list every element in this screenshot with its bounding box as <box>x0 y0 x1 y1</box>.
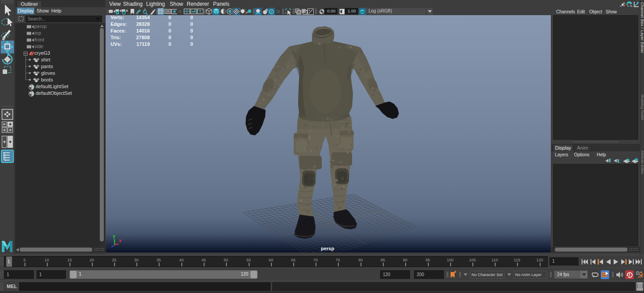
svg-text:14354: 14354 <box>136 15 150 20</box>
svg-text:27808: 27808 <box>136 35 150 40</box>
svg-text:Verts:: Verts: <box>111 15 124 20</box>
svg-text:ON: ON <box>361 11 364 13</box>
svg-text:0: 0 <box>190 28 193 33</box>
svg-text:0: 0 <box>190 21 193 27</box>
svg-text:0: 0 <box>168 15 171 20</box>
svg-text:Edges:: Edges: <box>111 21 127 27</box>
svg-text:0: 0 <box>168 21 171 27</box>
svg-text:Faces:: Faces: <box>111 28 126 33</box>
svg-text:0: 0 <box>168 28 171 33</box>
svg-text:28328: 28328 <box>136 21 150 27</box>
svg-text:14016: 14016 <box>136 28 150 33</box>
svg-text:persp: persp <box>321 246 334 251</box>
svg-text:Tris:: Tris: <box>111 35 121 40</box>
svg-text:y: y <box>113 234 115 239</box>
svg-text:0: 0 <box>190 41 193 47</box>
svg-text:0: 0 <box>190 15 193 20</box>
svg-text:x: x <box>119 238 122 243</box>
svg-text:0: 0 <box>168 35 171 40</box>
svg-text:0: 0 <box>168 41 171 47</box>
svg-text:UVs:: UVs: <box>111 41 122 47</box>
svg-text:T: T <box>199 9 201 14</box>
svg-text:17119: 17119 <box>136 41 150 47</box>
svg-text:0: 0 <box>190 35 193 40</box>
